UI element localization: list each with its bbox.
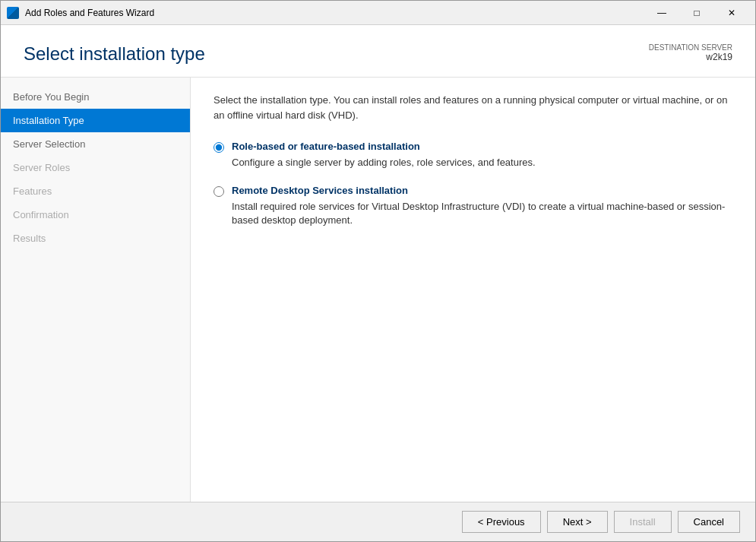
content-area: Select installation type DESTINATION SER… [1,25,755,502]
main-area: Before You Begin Installation Type Serve… [1,78,755,502]
minimize-button[interactable]: — [644,1,679,25]
sidebar: Before You Begin Installation Type Serve… [1,78,191,502]
install-button[interactable]: Install [614,511,672,533]
next-button[interactable]: Next > [547,511,608,533]
content-panel: Select the installation type. You can in… [191,78,755,502]
title-bar: Add Roles and Features Wizard — □ ✕ [1,1,755,25]
wizard-window: Add Roles and Features Wizard — □ ✕ Sele… [0,0,756,542]
cancel-button[interactable]: Cancel [678,511,740,533]
radio-description-role-based: Configure a single server by adding role… [232,156,732,170]
window-title: Add Roles and Features Wizard [25,8,644,18]
close-button[interactable]: ✕ [714,1,749,25]
radio-input-role-based[interactable] [214,142,224,153]
header-section: Select installation type DESTINATION SER… [1,25,755,78]
description-text: Select the installation type. You can in… [214,93,730,122]
sidebar-item-server-roles: Server Roles [1,156,190,179]
destination-server: w2k19 [649,52,732,62]
sidebar-item-results: Results [1,227,190,250]
sidebar-item-confirmation: Confirmation [1,203,190,227]
sidebar-item-installation-type[interactable]: Installation Type [1,109,190,132]
radio-label-remote-desktop[interactable]: Remote Desktop Services installation [214,185,732,197]
window-controls: — □ ✕ [644,1,749,25]
app-icon [7,7,19,19]
page-title: Select installation type [24,43,205,65]
radio-label-role-based[interactable]: Role-based or feature-based installation [214,141,732,153]
maximize-button[interactable]: □ [679,1,714,25]
radio-option-remote-desktop: Remote Desktop Services installation Ins… [214,185,732,227]
sidebar-item-before-you-begin[interactable]: Before You Begin [1,85,190,109]
previous-button[interactable]: < Previous [462,511,541,533]
destination-label: DESTINATION SERVER [649,43,732,52]
sidebar-item-server-selection[interactable]: Server Selection [1,132,190,156]
footer: < Previous Next > Install Cancel [1,502,755,541]
radio-input-remote-desktop[interactable] [214,186,224,197]
sidebar-item-features: Features [1,179,190,203]
radio-description-remote-desktop: Install required role services for Virtu… [232,200,732,227]
destination-info: DESTINATION SERVER w2k19 [649,43,732,62]
radio-option-role-based: Role-based or feature-based installation… [214,141,732,170]
radio-title-role-based: Role-based or feature-based installation [232,141,420,152]
radio-title-remote-desktop: Remote Desktop Services installation [232,185,408,196]
